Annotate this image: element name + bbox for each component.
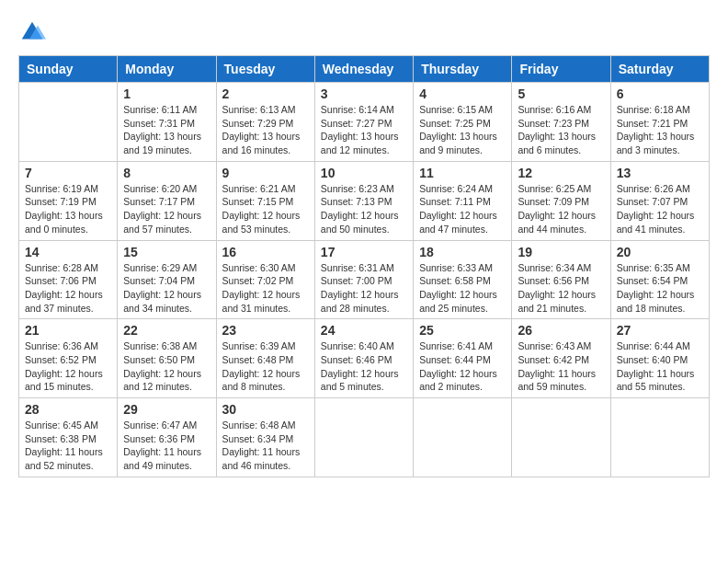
day-number: 14 <box>25 245 111 259</box>
calendar-cell: 18Sunrise: 6:33 AM Sunset: 6:58 PM Dayli… <box>414 240 512 319</box>
page-header <box>18 18 710 46</box>
calendar-cell: 10Sunrise: 6:23 AM Sunset: 7:13 PM Dayli… <box>314 161 413 240</box>
day-number: 29 <box>123 402 210 417</box>
day-of-week-header: Sunday <box>19 56 118 83</box>
day-info: Sunrise: 6:40 AM Sunset: 6:46 PM Dayligh… <box>321 339 407 394</box>
day-info: Sunrise: 6:33 AM Sunset: 6:58 PM Dayligh… <box>419 261 506 316</box>
calendar-cell: 24Sunrise: 6:40 AM Sunset: 6:46 PM Dayli… <box>314 319 413 398</box>
calendar-cell <box>414 398 512 477</box>
day-number: 18 <box>419 245 506 259</box>
day-info: Sunrise: 6:16 AM Sunset: 7:23 PM Dayligh… <box>518 103 604 157</box>
calendar-cell: 6Sunrise: 6:18 AM Sunset: 7:21 PM Daylig… <box>610 83 709 162</box>
day-info: Sunrise: 6:36 AM Sunset: 6:52 PM Dayligh… <box>25 339 111 394</box>
day-number: 21 <box>25 323 111 338</box>
day-info: Sunrise: 6:41 AM Sunset: 6:44 PM Dayligh… <box>419 339 506 394</box>
day-info: Sunrise: 6:24 AM Sunset: 7:11 PM Dayligh… <box>419 182 506 236</box>
day-info: Sunrise: 6:15 AM Sunset: 7:25 PM Dayligh… <box>419 103 506 157</box>
day-number: 22 <box>123 323 210 338</box>
day-info: Sunrise: 6:28 AM Sunset: 7:06 PM Dayligh… <box>25 261 111 316</box>
day-info: Sunrise: 6:14 AM Sunset: 7:27 PM Dayligh… <box>321 103 407 157</box>
day-number: 9 <box>222 166 309 180</box>
day-of-week-header: Saturday <box>610 56 709 83</box>
calendar-cell: 30Sunrise: 6:48 AM Sunset: 6:34 PM Dayli… <box>216 398 314 477</box>
calendar-week-row: 7Sunrise: 6:19 AM Sunset: 7:19 PM Daylig… <box>19 161 710 240</box>
day-info: Sunrise: 6:26 AM Sunset: 7:07 PM Dayligh… <box>617 182 703 236</box>
day-info: Sunrise: 6:21 AM Sunset: 7:15 PM Dayligh… <box>222 182 309 236</box>
calendar-cell: 8Sunrise: 6:20 AM Sunset: 7:17 PM Daylig… <box>118 161 216 240</box>
calendar-cell: 19Sunrise: 6:34 AM Sunset: 6:56 PM Dayli… <box>512 240 610 319</box>
calendar-cell: 29Sunrise: 6:47 AM Sunset: 6:36 PM Dayli… <box>118 398 216 477</box>
day-number: 17 <box>321 245 407 259</box>
day-number: 25 <box>419 323 506 338</box>
calendar-table: SundayMondayTuesdayWednesdayThursdayFrid… <box>18 55 710 477</box>
calendar-cell: 9Sunrise: 6:21 AM Sunset: 7:15 PM Daylig… <box>216 161 314 240</box>
calendar-cell <box>19 83 118 162</box>
day-info: Sunrise: 6:20 AM Sunset: 7:17 PM Dayligh… <box>123 182 210 236</box>
calendar-cell: 12Sunrise: 6:25 AM Sunset: 7:09 PM Dayli… <box>512 161 610 240</box>
calendar-cell: 23Sunrise: 6:39 AM Sunset: 6:48 PM Dayli… <box>216 319 314 398</box>
day-number: 11 <box>419 166 506 180</box>
calendar-cell: 13Sunrise: 6:26 AM Sunset: 7:07 PM Dayli… <box>610 161 709 240</box>
day-number: 5 <box>518 86 604 101</box>
day-info: Sunrise: 6:29 AM Sunset: 7:04 PM Dayligh… <box>123 261 210 316</box>
calendar-cell: 7Sunrise: 6:19 AM Sunset: 7:19 PM Daylig… <box>19 161 118 240</box>
calendar-cell: 27Sunrise: 6:44 AM Sunset: 6:40 PM Dayli… <box>610 319 709 398</box>
calendar-cell: 17Sunrise: 6:31 AM Sunset: 7:00 PM Dayli… <box>314 240 413 319</box>
calendar-week-row: 21Sunrise: 6:36 AM Sunset: 6:52 PM Dayli… <box>19 319 710 398</box>
calendar-cell: 16Sunrise: 6:30 AM Sunset: 7:02 PM Dayli… <box>216 240 314 319</box>
day-number: 7 <box>25 166 111 180</box>
day-number: 28 <box>25 402 111 417</box>
day-of-week-header: Friday <box>512 56 610 83</box>
calendar-cell: 11Sunrise: 6:24 AM Sunset: 7:11 PM Dayli… <box>414 161 512 240</box>
day-info: Sunrise: 6:11 AM Sunset: 7:31 PM Dayligh… <box>123 103 210 157</box>
day-number: 23 <box>222 323 309 338</box>
day-number: 16 <box>222 245 309 259</box>
day-number: 13 <box>617 166 703 180</box>
day-info: Sunrise: 6:43 AM Sunset: 6:42 PM Dayligh… <box>518 339 604 394</box>
calendar-cell: 26Sunrise: 6:43 AM Sunset: 6:42 PM Dayli… <box>512 319 610 398</box>
day-of-week-header: Monday <box>118 56 216 83</box>
logo <box>18 18 48 46</box>
day-info: Sunrise: 6:25 AM Sunset: 7:09 PM Dayligh… <box>518 182 604 236</box>
day-number: 8 <box>123 166 210 180</box>
day-info: Sunrise: 6:48 AM Sunset: 6:34 PM Dayligh… <box>222 419 309 473</box>
day-number: 15 <box>123 245 210 259</box>
day-of-week-header: Tuesday <box>216 56 314 83</box>
day-number: 10 <box>321 166 407 180</box>
calendar-cell: 5Sunrise: 6:16 AM Sunset: 7:23 PM Daylig… <box>512 83 610 162</box>
calendar-cell: 1Sunrise: 6:11 AM Sunset: 7:31 PM Daylig… <box>118 83 216 162</box>
day-number: 24 <box>321 323 407 338</box>
day-info: Sunrise: 6:35 AM Sunset: 6:54 PM Dayligh… <box>617 261 703 316</box>
calendar-header-row: SundayMondayTuesdayWednesdayThursdayFrid… <box>19 56 710 83</box>
day-number: 1 <box>123 86 210 101</box>
calendar-cell: 3Sunrise: 6:14 AM Sunset: 7:27 PM Daylig… <box>314 83 413 162</box>
day-number: 30 <box>222 402 309 417</box>
day-number: 20 <box>617 245 703 259</box>
day-of-week-header: Wednesday <box>314 56 413 83</box>
logo-icon <box>18 18 46 46</box>
calendar-cell: 25Sunrise: 6:41 AM Sunset: 6:44 PM Dayli… <box>414 319 512 398</box>
day-info: Sunrise: 6:38 AM Sunset: 6:50 PM Dayligh… <box>123 339 210 394</box>
day-info: Sunrise: 6:44 AM Sunset: 6:40 PM Dayligh… <box>617 339 703 394</box>
day-number: 19 <box>518 245 604 259</box>
day-info: Sunrise: 6:45 AM Sunset: 6:38 PM Dayligh… <box>25 419 111 473</box>
calendar-cell <box>610 398 709 477</box>
day-info: Sunrise: 6:30 AM Sunset: 7:02 PM Dayligh… <box>222 261 309 316</box>
day-number: 26 <box>518 323 604 338</box>
day-number: 27 <box>617 323 703 338</box>
calendar-cell: 20Sunrise: 6:35 AM Sunset: 6:54 PM Dayli… <box>610 240 709 319</box>
calendar-cell: 15Sunrise: 6:29 AM Sunset: 7:04 PM Dayli… <box>118 240 216 319</box>
day-info: Sunrise: 6:47 AM Sunset: 6:36 PM Dayligh… <box>123 419 210 473</box>
day-number: 2 <box>222 86 309 101</box>
day-info: Sunrise: 6:39 AM Sunset: 6:48 PM Dayligh… <box>222 339 309 394</box>
calendar-cell: 28Sunrise: 6:45 AM Sunset: 6:38 PM Dayli… <box>19 398 118 477</box>
calendar-cell: 22Sunrise: 6:38 AM Sunset: 6:50 PM Dayli… <box>118 319 216 398</box>
day-number: 12 <box>518 166 604 180</box>
calendar-cell: 2Sunrise: 6:13 AM Sunset: 7:29 PM Daylig… <box>216 83 314 162</box>
calendar-cell <box>512 398 610 477</box>
day-info: Sunrise: 6:34 AM Sunset: 6:56 PM Dayligh… <box>518 261 604 316</box>
day-info: Sunrise: 6:18 AM Sunset: 7:21 PM Dayligh… <box>617 103 703 157</box>
calendar-week-row: 14Sunrise: 6:28 AM Sunset: 7:06 PM Dayli… <box>19 240 710 319</box>
day-number: 6 <box>617 86 703 101</box>
calendar-cell: 4Sunrise: 6:15 AM Sunset: 7:25 PM Daylig… <box>414 83 512 162</box>
